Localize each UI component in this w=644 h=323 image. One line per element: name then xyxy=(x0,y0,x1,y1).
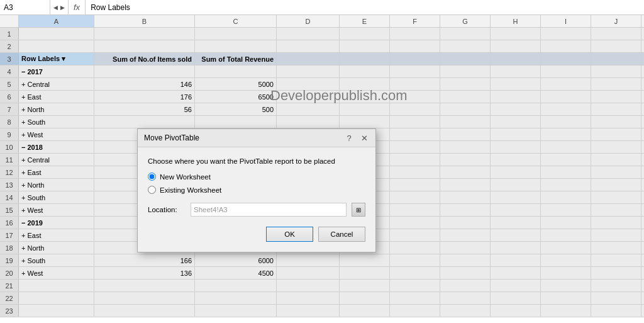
location-input[interactable] xyxy=(191,203,347,217)
corner-header xyxy=(0,15,19,27)
radio-group: New Worksheet Existing Worksheet xyxy=(148,173,365,194)
grid-icon: ⊞ xyxy=(356,207,361,213)
dialog-buttons: OK Cancel xyxy=(148,227,365,242)
col-header-g[interactable]: G xyxy=(440,15,491,27)
ok-button[interactable]: OK xyxy=(266,227,313,242)
dialog-title: Move PivotTable xyxy=(144,133,199,142)
radio-existing-worksheet[interactable]: Existing Worksheet xyxy=(148,186,365,194)
spreadsheet-grid: 123Row Labels ▾Sum of No.of Items soldSu… xyxy=(0,28,644,317)
col-header-e[interactable]: E xyxy=(340,15,390,27)
col-header-k[interactable]: K xyxy=(641,15,644,27)
col-header-i[interactable]: I xyxy=(541,15,591,27)
location-row: Location: ⊞ xyxy=(148,203,365,217)
radio-new-worksheet-input[interactable] xyxy=(148,173,156,181)
formula-bar: A3 ◀ ▶ fx Row Labels xyxy=(0,0,644,15)
formula-arrows[interactable]: ◀ ▶ xyxy=(50,0,69,14)
arrow-right[interactable]: ▶ xyxy=(60,4,65,11)
col-header-h[interactable]: H xyxy=(491,15,541,27)
col-header-d[interactable]: D xyxy=(277,15,340,27)
col-header-c[interactable]: C xyxy=(195,15,277,27)
col-header-j[interactable]: J xyxy=(591,15,641,27)
radio-new-worksheet[interactable]: New Worksheet xyxy=(148,173,365,181)
dialog-close-icon[interactable]: ✕ xyxy=(359,133,369,143)
dialog-title-icons: ? ✕ xyxy=(344,133,369,143)
location-label: Location: xyxy=(148,206,186,213)
radio-existing-worksheet-input[interactable] xyxy=(148,186,156,194)
radio-existing-worksheet-label: Existing Worksheet xyxy=(160,186,221,194)
move-pivottable-dialog: Move PivotTable ? ✕ Choose where you wan… xyxy=(137,128,376,252)
dialog-help-icon[interactable]: ? xyxy=(344,133,354,143)
dialog-body: Choose where you want the PivotTable rep… xyxy=(138,147,375,252)
dialog-instruction: Choose where you want the PivotTable rep… xyxy=(148,157,365,165)
cancel-button[interactable]: Cancel xyxy=(318,227,365,242)
dialog-title-bar: Move PivotTable ? ✕ xyxy=(138,129,375,147)
location-picker-btn[interactable]: ⊞ xyxy=(352,203,365,217)
col-header-b[interactable]: B xyxy=(94,15,195,27)
fx-label: fx xyxy=(69,0,86,14)
col-header-a[interactable]: A xyxy=(19,15,94,27)
cell-reference-box[interactable]: A3 xyxy=(0,0,50,14)
column-headers: A B C D E F G H I J K xyxy=(0,15,644,28)
col-header-f[interactable]: F xyxy=(390,15,440,27)
radio-new-worksheet-label: New Worksheet xyxy=(160,173,211,181)
arrow-left[interactable]: ◀ xyxy=(53,4,58,11)
formula-content[interactable]: Row Labels xyxy=(86,3,644,12)
